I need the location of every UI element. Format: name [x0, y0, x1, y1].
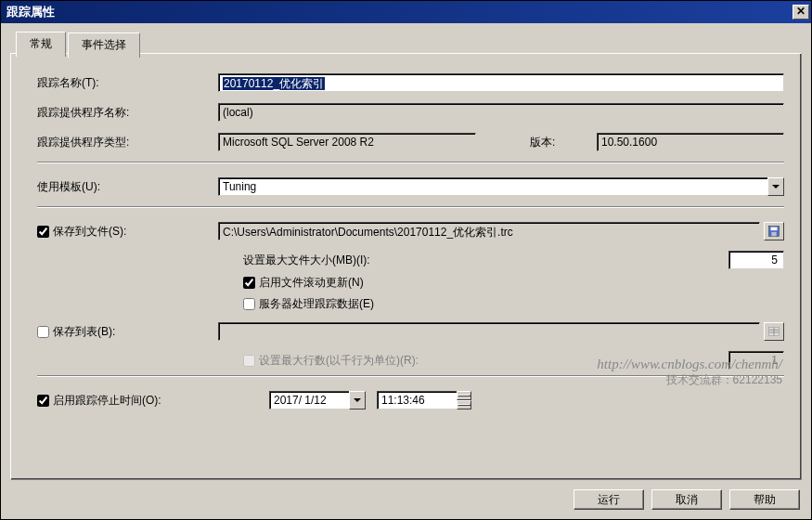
- max-rows-checkbox: [243, 355, 255, 367]
- save-to-table-checkbox[interactable]: [37, 326, 49, 338]
- browse-table-button: [764, 322, 784, 341]
- enable-stop-label: 启用跟踪停止时间(O):: [53, 393, 161, 409]
- stop-time-picker[interactable]: 11:13:46: [377, 391, 471, 410]
- tab-general[interactable]: 常规: [16, 32, 66, 57]
- chevron-down-icon[interactable]: [349, 391, 366, 410]
- close-button[interactable]: ✕: [793, 5, 809, 20]
- table-path-value: [218, 322, 760, 341]
- server-process-label: 服务器处理跟踪数据(E): [259, 296, 374, 312]
- trace-name-input[interactable]: 20170112_优化索引: [218, 73, 784, 92]
- tab-events[interactable]: 事件选择: [68, 32, 140, 58]
- enable-stop-checkbox[interactable]: [37, 395, 49, 407]
- separator-2: [37, 206, 784, 208]
- stop-date-picker[interactable]: 2017/ 1/12: [269, 391, 366, 410]
- template-combo[interactable]: Tuning: [218, 177, 784, 196]
- stop-time-value: 11:13:46: [377, 391, 457, 410]
- max-rows-input: [728, 351, 784, 370]
- save-icon: [767, 225, 780, 238]
- file-path-value: C:\Users\Administrator\Documents\2017011…: [218, 222, 760, 240]
- content-area: 常规 事件选择 跟踪名称(T): 20170112_优化索引 跟踪提供程序名称:…: [1, 23, 811, 519]
- spin-up-button[interactable]: [457, 391, 471, 400]
- save-to-table-label: 保存到表(B):: [53, 324, 115, 340]
- trace-name-label: 跟踪名称(T):: [37, 75, 218, 91]
- rollover-checkbox[interactable]: [243, 277, 255, 289]
- provider-name-label: 跟踪提供程序名称:: [37, 105, 218, 121]
- provider-name-value: (local): [218, 103, 784, 122]
- dialog-window: 跟踪属性 ✕ 常规 事件选择 跟踪名称(T): 20170112_优化索引 跟踪…: [0, 0, 812, 520]
- chevron-down-icon[interactable]: [767, 177, 784, 196]
- spin-down-button[interactable]: [457, 400, 471, 410]
- stop-date-value: 2017/ 1/12: [269, 391, 349, 410]
- svg-rect-1: [771, 228, 778, 231]
- max-rows-label: 设置最大行数(以千行为单位)(R):: [259, 353, 419, 369]
- help-button[interactable]: 帮助: [729, 489, 800, 510]
- version-label: 版本:: [530, 135, 597, 150]
- max-file-size-input[interactable]: [728, 251, 784, 269]
- separator-3: [37, 375, 784, 377]
- template-value: Tuning: [218, 177, 767, 196]
- separator-1: [37, 162, 784, 163]
- general-panel: 跟踪名称(T): 20170112_优化索引 跟踪提供程序名称: (local)…: [10, 53, 802, 480]
- tabstrip: 常规 事件选择: [16, 31, 139, 56]
- provider-type-value: Microsoft SQL Server 2008 R2: [218, 133, 476, 151]
- max-file-size-label: 设置最大文件大小(MB)(I):: [243, 253, 484, 268]
- run-button[interactable]: 运行: [574, 489, 644, 510]
- cancel-button[interactable]: 取消: [651, 489, 722, 510]
- server-process-checkbox[interactable]: [243, 298, 255, 310]
- table-icon: [767, 325, 780, 338]
- template-label: 使用模板(U):: [37, 179, 218, 195]
- save-to-file-checkbox[interactable]: [37, 226, 49, 238]
- window-title: 跟踪属性: [6, 4, 793, 20]
- browse-file-button[interactable]: [764, 222, 784, 240]
- svg-rect-2: [771, 232, 776, 236]
- titlebar[interactable]: 跟踪属性 ✕: [1, 1, 811, 23]
- provider-type-label: 跟踪提供程序类型:: [37, 135, 218, 150]
- version-value: 10.50.1600: [597, 133, 784, 151]
- save-to-file-label: 保存到文件(S):: [53, 224, 126, 240]
- button-bar: 运行 取消 帮助: [574, 489, 800, 510]
- rollover-label: 启用文件滚动更新(N): [259, 275, 364, 291]
